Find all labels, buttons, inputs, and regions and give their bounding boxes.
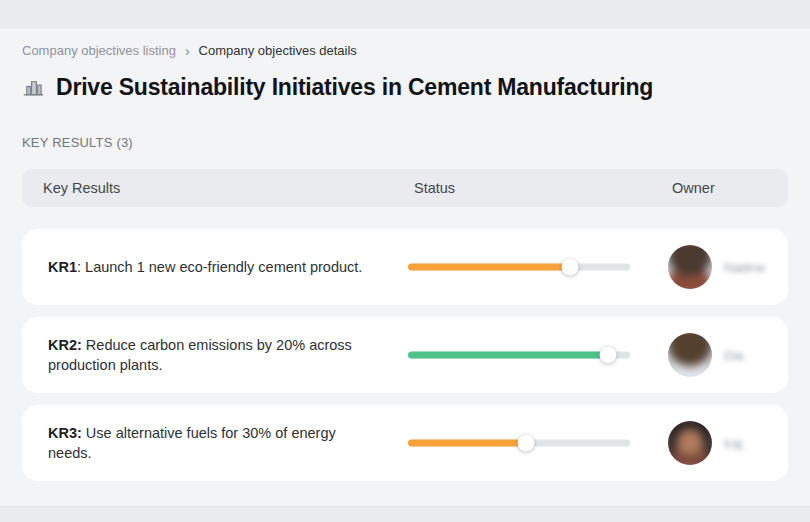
progress-knob[interactable] — [599, 347, 616, 364]
owner-name: Dia — [724, 348, 744, 363]
kr3-description: KR3: Use alternative fuels for 30% of en… — [22, 407, 408, 479]
owner-avatar — [668, 245, 712, 289]
breadcrumb: Company objectives listing › Company obj… — [22, 41, 788, 59]
kr2-progress-slider[interactable] — [408, 346, 630, 364]
window-bottom-strip — [0, 506, 810, 522]
kr2-status-cell — [408, 346, 648, 364]
kr3-progress-slider[interactable] — [408, 434, 630, 452]
table-header-row: Key Results Status Owner — [22, 169, 788, 207]
page-title-row: Drive Sustainability Initiatives in Ceme… — [22, 72, 788, 102]
owner-name: Nadine — [724, 260, 765, 275]
kr1-status-cell — [408, 258, 648, 276]
page-title: Drive Sustainability Initiatives in Ceme… — [56, 74, 653, 101]
breadcrumb-item-details: Company objectives details — [199, 43, 357, 58]
progress-fill — [408, 264, 570, 271]
progress-fill — [408, 440, 526, 447]
table-row-kr2: KR2: Reduce carbon emissions by 20% acro… — [22, 317, 788, 393]
table-row-kr1: KR1: Launch 1 new eco-friendly cement pr… — [22, 229, 788, 305]
column-header-status: Status — [408, 180, 648, 196]
buildings-icon — [22, 76, 45, 99]
progress-knob[interactable] — [517, 435, 534, 452]
kr2-label: KR2: — [48, 337, 82, 353]
objective-details-page: Company objectives listing › Company obj… — [0, 28, 810, 481]
breadcrumb-item-listing[interactable]: Company objectives listing — [22, 43, 176, 58]
owner-name: Iraj — [724, 436, 742, 451]
kr2-description: KR2: Reduce carbon emissions by 20% acro… — [22, 319, 408, 391]
kr1-description: KR1: Launch 1 new eco-friendly cement pr… — [22, 241, 408, 293]
kr3-status-cell — [408, 434, 648, 452]
window-top-strip — [0, 0, 810, 28]
column-header-owner: Owner — [648, 180, 788, 196]
kr1-progress-slider[interactable] — [408, 258, 630, 276]
kr3-owner-cell: Iraj — [648, 421, 788, 465]
owner-avatar — [668, 421, 712, 465]
kr2-owner-cell: Dia — [648, 333, 788, 377]
kr3-label: KR3: — [48, 425, 82, 441]
kr1-owner-cell: Nadine — [648, 245, 788, 289]
column-header-key-results: Key Results — [22, 180, 408, 196]
table-row-kr3: KR3: Use alternative fuels for 30% of en… — [22, 405, 788, 481]
chevron-right-icon: › — [185, 43, 190, 58]
key-results-section-label: KEY RESULTS (3) — [22, 135, 788, 150]
owner-avatar — [668, 333, 712, 377]
progress-fill — [408, 352, 608, 359]
kr1-label: KR1 — [48, 259, 77, 275]
progress-knob[interactable] — [562, 259, 579, 276]
